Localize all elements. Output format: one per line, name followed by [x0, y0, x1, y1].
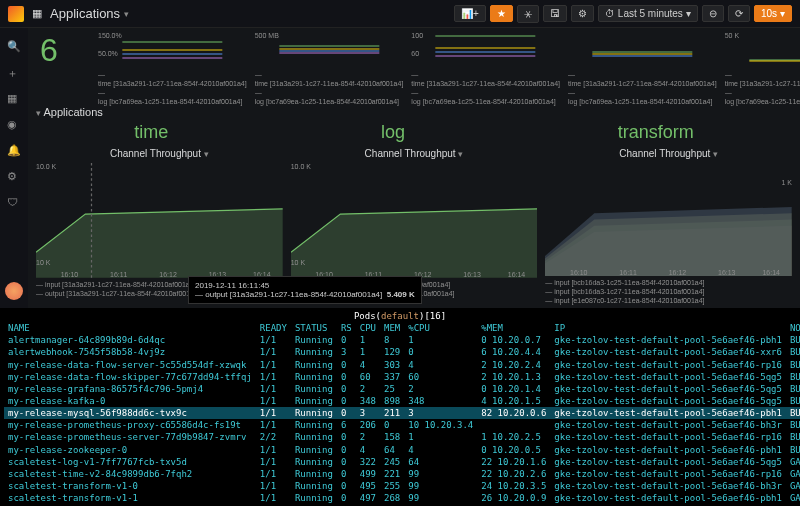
label-time: time — [134, 122, 168, 143]
col-ready: READY — [256, 322, 291, 334]
pods-table: NAMEREADYSTATUSRSCPUMEM%CPU%MEMIPNODEQOS… — [4, 322, 800, 506]
avatar[interactable] — [5, 282, 23, 300]
table-row[interactable]: my-release-prometheus-proxy-c65586d4c-fs… — [4, 419, 800, 431]
mini-chart-throughput[interactable]: 50 K — time [31a3a291-1c27-11ea-854f-420… — [725, 32, 800, 102]
dashboard-title[interactable]: Applications ▾ — [50, 6, 129, 21]
col-status: STATUS — [291, 322, 337, 334]
col-node: NODE — [786, 322, 800, 334]
col-rs: RS — [337, 322, 356, 334]
col-cpu: CPU — [356, 322, 380, 334]
label-log: log — [381, 122, 405, 143]
refresh-interval[interactable]: 10s ▾ — [754, 5, 792, 22]
search-icon[interactable]: 🔍 — [7, 40, 21, 54]
table-row[interactable]: my-release-mysql-56f988dd6c-tvx9c1/1Runn… — [4, 407, 800, 419]
terminal-title: Pods(default)[16] — [4, 310, 796, 322]
explore-icon[interactable]: ◉ — [7, 118, 21, 132]
table-row[interactable]: scaletest-transform-v1-01/1Running049525… — [4, 480, 800, 492]
y-axis-right: 1 K — [782, 179, 793, 186]
table-row[interactable]: alertwebhook-7545f58b58-4vj9z1/1Running3… — [4, 346, 800, 358]
terminal[interactable]: Pods(default)[16] NAMEREADYSTATUSRSCPUME… — [0, 308, 800, 506]
table-row[interactable]: my-release-prometheus-server-77d9b9847-z… — [4, 431, 800, 443]
chevron-down-icon: ▾ — [124, 9, 129, 19]
table-row[interactable]: my-release-zookeeper-01/1Running046440 1… — [4, 444, 800, 456]
star-button[interactable]: ★ — [490, 5, 513, 22]
stat-panel-value: 6 — [40, 32, 58, 69]
alerts-icon[interactable]: 🔔 — [7, 144, 21, 158]
chart-tooltip: 2019-12-11 16:11:45 — output [31a3a291-1… — [188, 276, 422, 304]
refresh-button[interactable]: ⟳ — [728, 5, 750, 22]
col-%cpu: %CPU — [404, 322, 477, 334]
mini-chart-cpu[interactable]: 150.0% 50.0% — time [31a3a291-1c27-11ea-… — [98, 32, 247, 102]
zoom-out-button[interactable]: ⊖ — [702, 5, 724, 22]
shield-icon[interactable]: 🛡 — [7, 196, 21, 210]
table-header: NAMEREADYSTATUSRSCPUMEM%CPU%MEMIPNODEQOS… — [4, 322, 800, 334]
col-%mem: %MEM — [477, 322, 550, 334]
dashboards-icon[interactable]: ▦ — [7, 92, 21, 106]
config-icon[interactable]: ⚙ — [7, 170, 21, 184]
table-row[interactable]: scaletest-transform-v1-11/1Running049726… — [4, 492, 800, 504]
table-row[interactable]: my-release-kafka-01/1Running03488983484 … — [4, 395, 800, 407]
table-row[interactable]: scaletest-log-v1-7ff7767fcb-txv5d1/1Runn… — [4, 456, 800, 468]
grafana-logo-icon — [8, 6, 24, 22]
table-row[interactable]: scaletest-time-v2-84c9899db6-7fqh21/1Run… — [4, 468, 800, 480]
table-row[interactable]: my-release-data-flow-skipper-77c677dd94-… — [4, 371, 800, 383]
settings-button[interactable]: ⚙ — [571, 5, 594, 22]
sidebar: 🔍 ＋ ▦ ◉ 🔔 ⚙ 🛡 — [0, 28, 28, 308]
share-button[interactable]: ⚹ — [517, 5, 539, 23]
mini-chart-pcpu[interactable]: 100 60 — time [31a3a291-1c27-11ea-854f-4… — [411, 32, 560, 102]
table-row[interactable]: my-release-data-flow-server-5c55d554df-x… — [4, 359, 800, 371]
col-name: NAME — [4, 322, 256, 334]
table-row[interactable]: my-release-grafana-86575f4c796-5pmj41/1R… — [4, 383, 800, 395]
label-transform: transform — [618, 122, 694, 143]
plus-icon[interactable]: ＋ — [7, 66, 21, 80]
mini-charts-row: 150.0% 50.0% — time [31a3a291-1c27-11ea-… — [98, 32, 792, 102]
col-mem: MEM — [380, 322, 404, 334]
mini-chart-pmem[interactable]: — time [31a3a291-1c27-11ea-854f-42010af0… — [568, 32, 717, 102]
timerange-picker[interactable]: ⏱ Last 5 minutes ▾ — [598, 5, 698, 22]
labels-row: time log transform — [28, 122, 800, 143]
col-ip: IP — [550, 322, 786, 334]
table-row[interactable]: alertmanager-64c899b89d-6d4qc1/1Running0… — [4, 334, 800, 346]
save-button[interactable]: 🖫 — [543, 5, 567, 22]
panel-add-button[interactable]: 📊+ — [454, 5, 486, 22]
row-header[interactable]: ▾ Applications — [36, 106, 103, 118]
top-bar: ▦ Applications ▾ 📊+ ★ ⚹ 🖫 ⚙ ⏱ Last 5 min… — [0, 0, 800, 28]
panel-throughput-transform[interactable]: Channel Throughput ▾ 1 K 16:10 16:11 16:… — [545, 148, 792, 298]
dashboard-body: 6 150.0% 50.0% — time [31a3a291-1c27-11e… — [28, 28, 800, 308]
mini-chart-mem[interactable]: 500 MB — time [31a3a291-1c27-11ea-854f-4… — [255, 32, 404, 102]
grid-icon: ▦ — [32, 7, 42, 20]
